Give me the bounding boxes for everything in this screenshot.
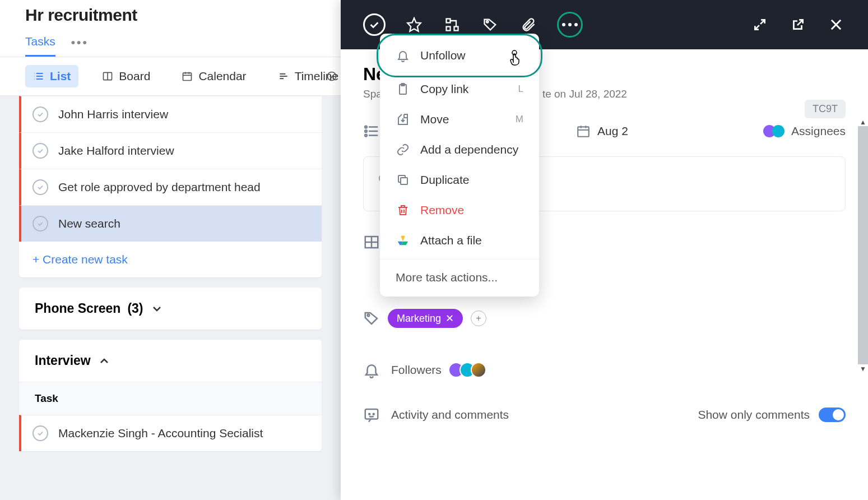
task-row[interactable]: Mackenzie Singh - Accounting Secialist	[19, 415, 322, 451]
table-icon[interactable]	[363, 234, 380, 251]
tag-marketing[interactable]: Marketing ✕	[388, 309, 463, 328]
tab-tasks[interactable]: Tasks	[25, 35, 55, 57]
task-row[interactable]: John Harris interview	[19, 96, 322, 132]
menu-item-duplicate[interactable]: Duplicate	[380, 165, 539, 195]
activity-row: Activity and comments Show only comments	[363, 406, 846, 423]
menu-item-more-actions[interactable]: More task actions...	[380, 263, 539, 292]
mark-complete-button[interactable]	[363, 13, 386, 36]
scroll-up-arrow[interactable]: ▲	[858, 118, 868, 127]
complete-circle-icon[interactable]	[33, 425, 48, 441]
svg-rect-18	[454, 27, 458, 31]
svg-rect-8	[183, 73, 192, 80]
star-icon[interactable]	[405, 15, 424, 34]
status-list-icon[interactable]	[363, 123, 380, 140]
assignees-label: Assignees	[791, 124, 846, 138]
check-filter-icon[interactable]	[326, 71, 337, 82]
followers-avatars[interactable]	[453, 362, 486, 378]
tags-row: Marketing ✕ +	[363, 309, 846, 328]
task-list-pane: Hr recruitment Tasks ••• List Board Cale…	[0, 0, 341, 500]
followers-row: Followers	[363, 362, 846, 378]
more-actions-menu: Unfollow Copy link L Move M Add a depend…	[380, 34, 539, 297]
complete-circle-icon[interactable]	[33, 143, 48, 159]
section-card: Phone Screen (3)	[19, 288, 322, 330]
svg-point-39	[373, 414, 374, 415]
due-date[interactable]: Aug 2	[576, 124, 628, 138]
bell-icon	[363, 362, 380, 378]
svg-rect-43	[401, 178, 407, 184]
more-icon	[562, 23, 578, 26]
link-icon	[396, 142, 410, 157]
svg-marker-45	[401, 236, 405, 242]
calendar-icon	[182, 71, 193, 82]
task-row[interactable]: New search	[19, 205, 322, 242]
add-tag-button[interactable]: +	[471, 311, 486, 326]
section-header-phone-screen[interactable]: Phone Screen (3)	[19, 288, 322, 330]
board-icon	[102, 71, 113, 82]
assignees-button[interactable]: Assignees	[767, 124, 846, 138]
project-title: Hr recruitment	[25, 6, 315, 25]
section-card: John Harris interview Jake Halford inter…	[19, 96, 322, 277]
list-icon	[33, 71, 44, 82]
view-calendar-label: Calendar	[198, 70, 246, 83]
attach-icon[interactable]	[519, 15, 538, 34]
show-only-comments-toggle[interactable]	[819, 408, 846, 422]
view-list-button[interactable]: List	[25, 65, 78, 87]
svg-marker-16	[407, 18, 420, 31]
task-title: New search	[58, 217, 120, 230]
svg-point-27	[365, 130, 367, 132]
open-new-window-icon[interactable]	[788, 15, 807, 34]
complete-circle-icon[interactable]	[33, 107, 48, 122]
menu-item-copy-link[interactable]: Copy link L	[380, 74, 539, 104]
meta-date: te on Jul 28, 2022	[542, 88, 627, 100]
timeline-icon	[278, 71, 289, 82]
show-only-comments-label: Show only comments	[698, 408, 810, 422]
view-list-label: List	[50, 70, 71, 83]
project-tabs: Tasks •••	[25, 35, 315, 57]
tag-label: Marketing	[397, 313, 441, 325]
menu-label: Unfollow	[420, 49, 466, 62]
section-name: Interview	[35, 353, 91, 368]
create-task-button[interactable]: + Create new task	[19, 242, 322, 277]
tag-icon	[363, 310, 380, 327]
svg-rect-19	[447, 27, 451, 31]
svg-rect-29	[578, 127, 589, 136]
duplicate-icon	[396, 173, 410, 187]
task-title: Get role approved by department head	[58, 180, 261, 194]
scroll-down-arrow[interactable]: ▼	[858, 364, 868, 373]
remove-tag-icon[interactable]: ✕	[445, 312, 454, 325]
column-header-task: Task	[19, 382, 322, 415]
task-row[interactable]: Get role approved by department head	[19, 169, 322, 205]
bell-icon	[396, 48, 410, 63]
complete-circle-icon[interactable]	[33, 179, 48, 195]
more-actions-button[interactable]	[557, 12, 583, 38]
task-row[interactable]: Jake Halford interview	[19, 132, 322, 169]
svg-point-28	[365, 135, 367, 137]
calendar-icon	[576, 124, 591, 138]
tag-icon[interactable]	[481, 15, 500, 34]
close-icon[interactable]	[827, 15, 846, 34]
tab-more-icon[interactable]: •••	[71, 36, 89, 56]
scrollbar[interactable]	[858, 126, 868, 364]
menu-item-attach-file[interactable]: Attach a file	[380, 225, 539, 256]
menu-label: More task actions...	[396, 271, 498, 284]
complete-circle-icon[interactable]	[33, 216, 48, 232]
svg-point-15	[328, 72, 336, 81]
menu-separator	[380, 259, 539, 260]
svg-point-36	[368, 314, 370, 317]
menu-item-remove[interactable]: Remove	[380, 195, 539, 225]
menu-item-move[interactable]: Move M	[380, 104, 539, 135]
view-switcher: List Board Calendar Timeline	[0, 57, 341, 96]
task-title: John Harris interview	[58, 108, 168, 121]
task-id-badge[interactable]: TC9T	[805, 100, 846, 118]
expand-icon[interactable]	[750, 15, 769, 34]
menu-item-add-dependency[interactable]: Add a dependency	[380, 135, 539, 165]
section-header-interview[interactable]: Interview	[19, 340, 322, 382]
menu-item-unfollow[interactable]: Unfollow	[380, 38, 539, 74]
clipboard-icon	[396, 82, 410, 96]
subtask-icon[interactable]	[443, 15, 462, 34]
menu-label: Move	[420, 113, 449, 126]
menu-label: Duplicate	[420, 173, 470, 187]
project-header: Hr recruitment Tasks •••	[0, 0, 341, 57]
view-calendar-button[interactable]: Calendar	[174, 65, 254, 87]
view-board-button[interactable]: Board	[94, 65, 158, 87]
